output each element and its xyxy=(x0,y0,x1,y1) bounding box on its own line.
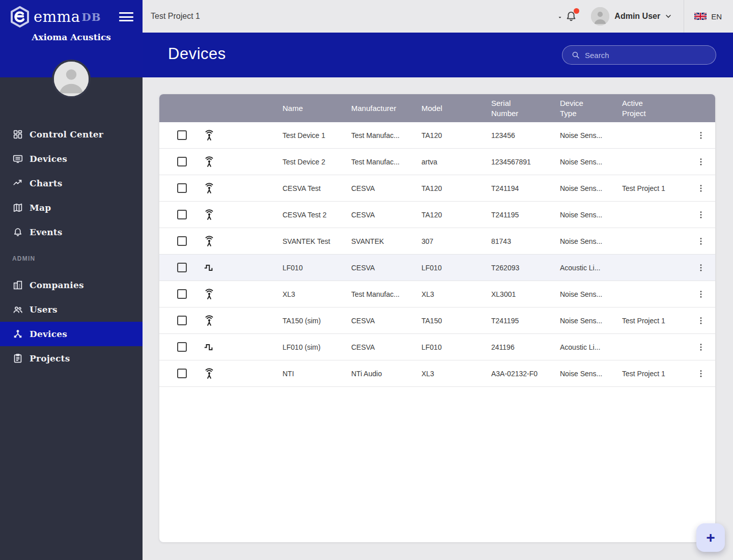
row-checkbox[interactable] xyxy=(177,342,187,352)
building-icon xyxy=(12,279,23,291)
sidebar-item-devices[interactable]: Devices xyxy=(0,147,143,171)
row-menu-button[interactable] xyxy=(687,184,715,193)
user-menu[interactable]: Admin User xyxy=(614,12,672,21)
row-checkbox[interactable] xyxy=(177,157,187,166)
kebab-icon xyxy=(696,184,706,193)
main-area: Test Project 1 Admin User xyxy=(143,0,733,560)
language-label: EN xyxy=(711,12,722,21)
cell-model: TA120 xyxy=(421,131,491,139)
row-checkbox[interactable] xyxy=(177,316,187,325)
hub-icon xyxy=(12,328,23,340)
row-checkbox[interactable] xyxy=(177,210,187,219)
table-row[interactable]: CESVA Test 2 CESVA TA120 T241195 Noise S… xyxy=(159,202,715,228)
caret-down-icon xyxy=(557,13,563,19)
cell-manufacturer: CESVA xyxy=(351,264,421,272)
sidebar-item-charts[interactable]: Charts xyxy=(0,171,143,195)
cell-manufacturer: CESVA xyxy=(351,184,421,192)
company-name: Axioma Acustics xyxy=(0,32,143,42)
noise-sensor-icon xyxy=(203,155,216,169)
search-icon xyxy=(571,50,580,60)
kebab-icon xyxy=(696,237,706,246)
chart-icon xyxy=(12,178,23,189)
table-row[interactable]: LF010 CESVA LF010 T262093 Acoustic Li... xyxy=(159,255,715,281)
column-header-active-project: Active Project xyxy=(622,98,659,119)
cell-device-type: Acoustic Li... xyxy=(560,264,622,272)
row-menu-button[interactable] xyxy=(687,290,715,299)
row-menu-button[interactable] xyxy=(687,343,715,352)
noise-sensor-icon xyxy=(203,235,216,248)
sidebar-nav: Control Center Devices Charts Map Events… xyxy=(0,122,143,371)
cell-serial-number: A3A-02132-F0 xyxy=(491,370,560,378)
cell-model: TA120 xyxy=(421,211,491,219)
row-menu-button[interactable] xyxy=(687,131,715,140)
sidebar-item-events[interactable]: Events xyxy=(0,220,143,244)
notifications-button[interactable] xyxy=(565,10,578,23)
cell-device-name: Test Device 1 xyxy=(283,131,351,139)
sidebar-item-users[interactable]: Users xyxy=(0,297,143,322)
sidebar-item-control-center[interactable]: Control Center xyxy=(0,122,143,147)
page-header: Devices xyxy=(143,33,733,77)
emmadb-logo-icon xyxy=(10,6,30,27)
cell-device-type: Noise Sens... xyxy=(560,237,622,245)
noise-sensor-icon xyxy=(203,288,216,301)
cell-device-name: TA150 (sim) xyxy=(283,317,351,325)
table-row[interactable]: NTI NTi Audio XL3 A3A-02132-F0 Noise Sen… xyxy=(159,360,715,387)
cell-model: LF010 xyxy=(421,264,491,272)
topbar: Test Project 1 Admin User xyxy=(143,0,733,33)
row-menu-button[interactable] xyxy=(687,157,715,166)
table-row[interactable]: Test Device 1 Test Manufac... TA120 1234… xyxy=(159,122,715,149)
noise-sensor-icon xyxy=(203,182,216,195)
row-menu-button[interactable] xyxy=(687,369,715,378)
menu-hamburger-icon[interactable] xyxy=(119,11,133,22)
sidebar-item-admin-devices[interactable]: Devices xyxy=(0,322,143,346)
add-device-button[interactable]: + xyxy=(696,523,725,552)
row-checkbox[interactable] xyxy=(177,369,187,378)
cell-serial-number: T241195 xyxy=(491,317,560,325)
sidebar-item-projects[interactable]: Projects xyxy=(0,346,143,371)
row-checkbox[interactable] xyxy=(177,183,187,193)
logo-text: emma xyxy=(34,8,80,25)
column-header-device-type: Device Type xyxy=(560,98,597,119)
cell-device-type: Acoustic Li... xyxy=(560,343,622,351)
row-menu-button[interactable] xyxy=(687,263,715,272)
row-checkbox[interactable] xyxy=(177,130,187,140)
kebab-icon xyxy=(696,210,706,219)
kebab-icon xyxy=(696,343,706,352)
cell-model: TA120 xyxy=(421,184,491,192)
kebab-icon xyxy=(696,157,706,166)
bell-icon xyxy=(12,227,23,238)
cell-manufacturer: NTi Audio xyxy=(351,370,421,378)
row-checkbox[interactable] xyxy=(177,289,187,299)
cell-serial-number: T262093 xyxy=(491,264,560,272)
project-select[interactable]: Test Project 1 xyxy=(143,0,570,33)
language-switch[interactable]: EN xyxy=(694,12,722,21)
row-menu-button[interactable] xyxy=(687,237,715,246)
screen-icon xyxy=(12,153,23,164)
noise-sensor-icon xyxy=(203,314,216,327)
table-row[interactable]: CESVA Test CESVA TA120 T241194 Noise Sen… xyxy=(159,175,715,202)
cell-manufacturer: CESVA xyxy=(351,343,421,351)
row-menu-button[interactable] xyxy=(687,210,715,219)
sidebar-item-map[interactable]: Map xyxy=(0,195,143,220)
table-row[interactable]: XL3 Test Manufac... XL3 XL3001 Noise Sen… xyxy=(159,281,715,307)
search-input[interactable] xyxy=(585,51,710,60)
table-row[interactable]: TA150 (sim) CESVA TA150 T241195 Noise Se… xyxy=(159,307,715,334)
cell-manufacturer: SVANTEK xyxy=(351,237,421,245)
row-checkbox[interactable] xyxy=(177,263,187,272)
cell-device-type: Noise Sens... xyxy=(560,290,622,298)
cell-device-name: NTI xyxy=(283,370,351,378)
cell-manufacturer: Test Manufac... xyxy=(351,131,421,139)
cell-serial-number: T241194 xyxy=(491,184,560,192)
notification-badge xyxy=(574,8,579,14)
row-menu-button[interactable] xyxy=(687,316,715,325)
cell-serial-number: 1234567891 xyxy=(491,158,560,166)
row-checkbox[interactable] xyxy=(177,236,187,246)
table-row[interactable]: Test Device 2 Test Manufac... artva 1234… xyxy=(159,149,715,175)
table-row[interactable]: SVANTEK Test SVANTEK 307 81743 Noise Sen… xyxy=(159,228,715,255)
table-row[interactable]: LF010 (sim) CESVA LF010 241196 Acoustic … xyxy=(159,334,715,360)
sidebar-item-companies[interactable]: Companies xyxy=(0,273,143,297)
sidebar-avatar[interactable] xyxy=(52,60,91,98)
user-avatar[interactable] xyxy=(591,7,609,25)
cell-serial-number: 241196 xyxy=(491,343,560,351)
column-header-name: Name xyxy=(283,103,351,114)
